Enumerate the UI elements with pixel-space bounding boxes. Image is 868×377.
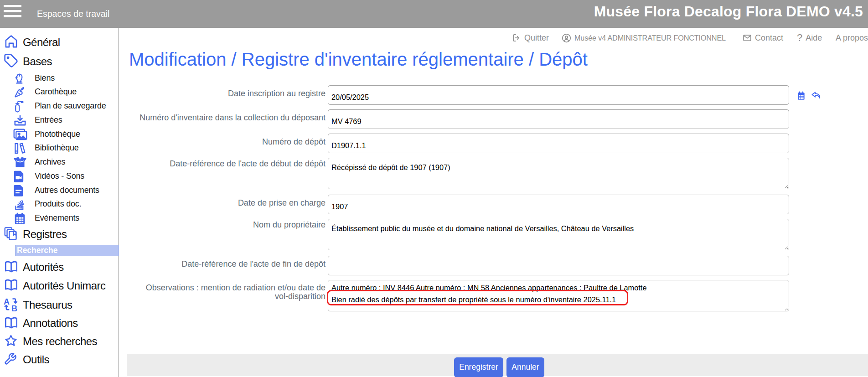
- svg-text:A: A: [4, 297, 10, 306]
- svg-text:B: B: [11, 304, 17, 312]
